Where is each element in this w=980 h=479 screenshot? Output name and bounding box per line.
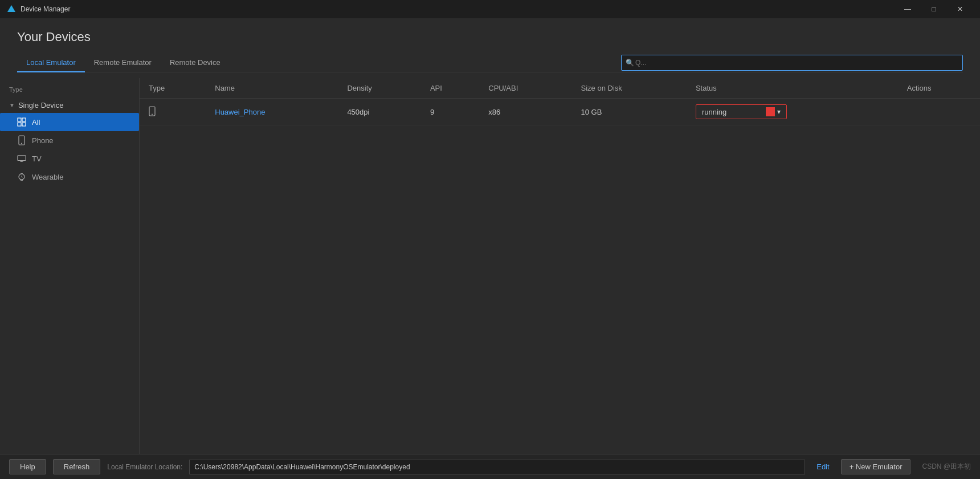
table-header-row: Type Name Density API CPU/ABI Size on Di… <box>140 78 980 99</box>
window-controls: — □ ✕ <box>895 0 973 18</box>
page-title: Your Devices <box>17 30 963 44</box>
sidebar-group-label-text: Single Device <box>18 101 64 109</box>
row-status: running ▾ <box>687 99 898 125</box>
stop-button[interactable] <box>766 107 775 116</box>
wearable-icon <box>17 172 26 181</box>
row-actions-empty <box>898 99 980 125</box>
row-name: Huawei_Phone <box>206 99 338 125</box>
search-icon: 🔍 <box>626 59 634 67</box>
phone-icon <box>17 136 26 145</box>
svg-rect-4 <box>22 123 26 126</box>
tv-icon <box>17 154 26 163</box>
status-actions-wrapper: running ▾ <box>696 104 787 119</box>
svg-rect-3 <box>18 123 21 126</box>
location-path: C:\Users\20982\AppData\Local\Huawei\Harm… <box>189 460 805 474</box>
col-size: Size on Disk <box>572 78 687 99</box>
svg-marker-0 <box>7 5 15 12</box>
row-type <box>140 99 206 125</box>
table-row: Huawei_Phone 450dpi 9 x86 10 GB running <box>140 99 980 125</box>
app-title: Device Manager <box>21 5 70 13</box>
maximize-button[interactable]: □ <box>921 0 947 18</box>
sidebar-item-phone-label: Phone <box>32 136 54 145</box>
row-cpu: x86 <box>479 99 571 125</box>
sidebar-item-tv[interactable]: TV <box>0 149 139 168</box>
device-table-wrapper: Type Name Density API CPU/ABI Size on Di… <box>140 78 980 454</box>
sidebar-item-wearable[interactable]: Wearable <box>0 168 139 186</box>
sidebar-type-header: Type <box>0 84 139 98</box>
svg-rect-1 <box>18 118 21 121</box>
search-input[interactable] <box>621 55 963 71</box>
svg-rect-7 <box>18 156 26 161</box>
new-emulator-button[interactable]: + New Emulator <box>841 459 911 474</box>
sidebar-group-single-device[interactable]: ▼ Single Device <box>0 98 139 113</box>
close-button[interactable]: ✕ <box>947 0 973 18</box>
minimize-button[interactable]: — <box>895 0 921 18</box>
chevron-down-icon: ▼ <box>9 102 15 108</box>
col-api: API <box>421 78 479 99</box>
footer: Help Refresh Local Emulator Location: C:… <box>0 454 980 479</box>
col-actions: Actions <box>898 78 980 99</box>
device-table: Type Name Density API CPU/ABI Size on Di… <box>140 78 980 125</box>
device-name-link[interactable]: Huawei_Phone <box>215 108 265 116</box>
status-controls: ▾ <box>766 107 781 116</box>
status-text: running <box>702 108 726 116</box>
tab-local-emulator[interactable]: Local Emulator <box>17 54 85 72</box>
header: Your Devices Local Emulator Remote Emula… <box>0 18 980 78</box>
svg-point-16 <box>152 113 153 115</box>
svg-point-6 <box>21 143 22 144</box>
sidebar-item-all-label: All <box>32 118 40 127</box>
svg-rect-2 <box>22 118 26 121</box>
col-status: Status <box>687 78 898 99</box>
col-type: Type <box>140 78 206 99</box>
actions-dropdown-icon[interactable]: ▾ <box>777 108 781 116</box>
row-density: 450dpi <box>338 99 421 125</box>
all-icon <box>17 117 26 127</box>
col-name: Name <box>206 78 338 99</box>
refresh-button[interactable]: Refresh <box>53 459 101 474</box>
location-label: Local Emulator Location: <box>107 463 182 471</box>
sidebar-item-tv-label: TV <box>32 155 42 163</box>
row-api: 9 <box>421 99 479 125</box>
row-phone-icon <box>149 106 156 116</box>
title-bar-left: Device Manager <box>7 5 70 14</box>
sidebar: Type ▼ Single Device All <box>0 78 140 454</box>
content-area: Type Name Density API CPU/ABI Size on Di… <box>140 78 980 454</box>
help-button[interactable]: Help <box>9 459 46 474</box>
row-size: 10 GB <box>572 99 687 125</box>
tab-bar: Local Emulator Remote Emulator Remote De… <box>17 54 230 72</box>
col-density: Density <box>338 78 421 99</box>
tab-remote-device[interactable]: Remote Device <box>161 54 230 72</box>
edit-link[interactable]: Edit <box>812 462 834 471</box>
col-cpu: CPU/ABI <box>479 78 571 99</box>
tabs-row: Local Emulator Remote Emulator Remote De… <box>17 54 963 72</box>
tab-remote-emulator[interactable]: Remote Emulator <box>85 54 161 72</box>
sidebar-item-wearable-label: Wearable <box>32 173 63 181</box>
sidebar-item-phone[interactable]: Phone <box>0 131 139 149</box>
app-icon <box>7 5 16 14</box>
sidebar-item-all[interactable]: All <box>0 113 139 131</box>
main-content: Your Devices Local Emulator Remote Emula… <box>0 18 980 479</box>
title-bar: Device Manager — □ ✕ <box>0 0 980 18</box>
body: Type ▼ Single Device All <box>0 78 980 454</box>
search-wrapper: 🔍 <box>621 55 963 71</box>
branding-text: CSDN @田本初 <box>922 462 971 472</box>
